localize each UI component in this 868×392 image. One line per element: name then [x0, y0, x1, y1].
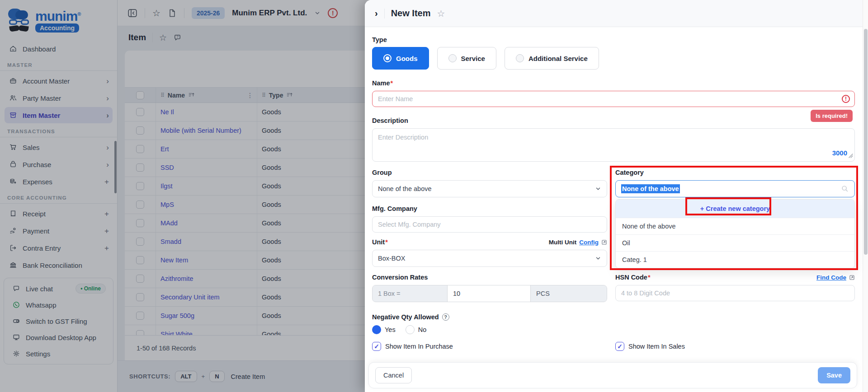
drawer-header: › New Item ☆	[365, 0, 868, 27]
name-label: Name	[372, 79, 390, 87]
category-option[interactable]: Categ. 1	[616, 251, 854, 268]
radio-unselected-icon	[406, 325, 415, 334]
type-option-button[interactable]: Additional Service	[505, 47, 599, 70]
create-new-category-option[interactable]: + Create new category	[616, 200, 854, 218]
search-icon	[841, 185, 849, 193]
negative-qty-yes-radio[interactable]: Yes	[372, 325, 396, 334]
group-select[interactable]: None of the above	[372, 180, 607, 197]
conversion-rates-label: Conversion Rates	[372, 274, 607, 281]
required-mark: *	[648, 274, 651, 281]
drawer-title: New Item	[391, 8, 431, 19]
hsn-code-label: HSN Code	[615, 274, 647, 281]
config-link[interactable]: Config	[579, 239, 599, 246]
chevron-down-icon	[595, 186, 601, 192]
drawer-scrollbar-thumb[interactable]	[864, 29, 868, 255]
mfg-company-input[interactable]	[372, 216, 607, 233]
negative-qty-label: Negative Qty Allowed	[372, 313, 439, 321]
multi-unit-label: Multi Unit	[549, 239, 576, 246]
type-options: Goods Service Additional Service	[372, 47, 599, 70]
category-option[interactable]: Oil	[616, 234, 854, 251]
category-label: Category	[615, 169, 855, 176]
show-in-sales-checkbox[interactable]: ✓ Show Item In Sales	[615, 342, 855, 351]
category-dropdown: + Create new category None of the aboveO…	[615, 199, 855, 268]
category-search-input[interactable]: None of the above	[615, 180, 855, 197]
unit-select[interactable]: Box-BOX	[372, 250, 607, 267]
find-code-link[interactable]: Find Code	[816, 274, 846, 281]
save-button[interactable]: Save	[818, 367, 850, 383]
collapse-drawer-icon[interactable]: ›	[375, 8, 378, 19]
checkbox-checked-icon: ✓	[615, 342, 624, 351]
favorite-star-icon[interactable]: ☆	[437, 8, 445, 19]
required-mark: *	[385, 238, 388, 246]
type-option-button[interactable]: Service	[437, 47, 496, 70]
negative-qty-no-radio[interactable]: No	[406, 325, 427, 334]
radio-icon	[383, 54, 392, 62]
cancel-button[interactable]: Cancel	[375, 367, 412, 383]
show-in-purchase-checkbox[interactable]: ✓ Show Item In Purchase	[372, 342, 607, 351]
type-label: Type	[372, 36, 855, 43]
drawer-scrollbar[interactable]	[863, 0, 868, 392]
category-selected-text: None of the above	[621, 184, 680, 193]
checkbox-checked-icon: ✓	[372, 342, 381, 351]
conversion-from: 1 Box =	[373, 285, 448, 302]
external-link-icon	[849, 275, 855, 280]
unit-label: Unit	[372, 238, 385, 246]
chevron-down-icon	[595, 255, 601, 261]
radio-icon	[516, 54, 524, 62]
conversion-qty-input[interactable]: 10	[448, 285, 531, 302]
mfg-company-label: Mfg. Company	[372, 205, 607, 212]
required-mark: *	[391, 79, 393, 87]
group-label: Group	[372, 169, 607, 176]
drawer-footer: Cancel Save	[368, 362, 857, 388]
error-icon: !	[842, 95, 850, 103]
new-item-drawer: › New Item ☆ Type Goods Service Addition…	[365, 0, 868, 392]
resize-grip-icon[interactable]	[849, 152, 853, 160]
radio-icon	[448, 54, 457, 62]
char-counter: 3000	[832, 149, 847, 157]
hsn-code-input[interactable]	[615, 285, 855, 301]
conversion-rates-control: 1 Box = 10 PCS	[372, 285, 607, 302]
description-label: Description	[372, 117, 855, 124]
divider	[384, 9, 385, 19]
help-icon[interactable]: ?	[442, 313, 449, 321]
description-textarea[interactable]: Enter Description 3000	[372, 128, 855, 162]
type-option-button[interactable]: Goods	[372, 47, 429, 70]
name-input[interactable]	[372, 91, 855, 107]
application-window: munim® Accounting Dashboard MASTER	[0, 0, 868, 392]
description-placeholder: Enter Description	[378, 134, 428, 141]
category-option[interactable]: None of the above	[616, 218, 854, 234]
radio-selected-icon	[372, 325, 381, 334]
conversion-to-unit: PCS	[531, 285, 607, 302]
external-link-icon	[601, 239, 607, 245]
